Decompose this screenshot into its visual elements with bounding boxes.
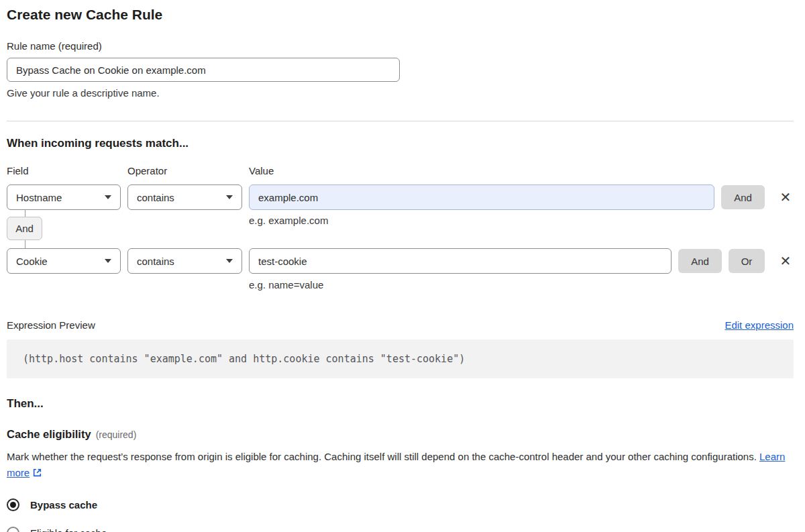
cache-eligibility-title: Cache eligibility [7,428,91,441]
value-input[interactable] [249,248,672,274]
cache-eligibility-description: Mark whether the request’s response from… [7,449,794,482]
add-and-condition-button[interactable]: And [678,249,722,273]
value-input[interactable] [249,184,714,210]
section-divider [7,121,794,121]
rule-name-help: Give your rule a descriptive name. [7,87,794,99]
add-or-condition-button[interactable]: Or [729,249,765,273]
rule-name-input[interactable] [7,58,400,82]
field-select-value: Cookie [16,256,48,267]
remove-condition-button[interactable]: ✕ [777,253,794,269]
value-hint: e.g. name=value [249,279,794,290]
match-section-heading: When incoming requests match... [7,137,794,150]
condition-row: Cookie contains And Or ✕ [7,248,794,274]
operator-select-value: contains [137,256,174,267]
operator-select-value: contains [137,192,174,203]
expression-code-block: (http.host contains "example.com" and ht… [7,339,794,378]
description-text: Mark whether the request’s response from… [7,451,757,462]
required-note: (required) [96,429,137,440]
radio-label: Bypass cache [30,499,97,511]
cache-eligibility-heading: Cache eligibility (required) [7,428,794,441]
field-select[interactable]: Hostname [7,184,121,210]
condition-row: Hostname contains And ✕ [7,184,794,210]
close-icon: ✕ [780,190,792,205]
remove-condition-button[interactable]: ✕ [777,189,794,205]
chevron-down-icon [105,195,111,199]
connector-zone: And e.g. example.com [7,210,794,248]
value-column-header: Value [249,165,794,176]
field-column-header: Field [7,165,121,176]
chevron-down-icon [226,259,233,263]
then-section-heading: Then... [7,397,794,411]
operator-select[interactable]: contains [127,248,242,274]
chevron-down-icon [226,195,233,199]
radio-selected-icon[interactable] [7,498,19,511]
radio-label: Eligible for cache [30,527,107,532]
operator-select[interactable]: contains [127,184,242,210]
radio-unselected-icon[interactable] [7,527,19,532]
rule-name-label: Rule name (required) [7,40,794,52]
page-title: Create new Cache Rule [7,0,794,23]
operator-column-header: Operator [127,165,242,176]
edit-expression-link[interactable]: Edit expression [724,319,794,331]
chevron-down-icon [105,259,111,263]
field-select[interactable]: Cookie [7,248,121,274]
condition-column-headers: Field Operator Value [7,165,794,176]
value-hint: e.g. example.com [249,215,328,226]
close-icon: ✕ [780,254,792,268]
connector-line [25,240,25,248]
field-select-value: Hostname [16,192,62,203]
external-link-icon [32,466,42,482]
create-cache-rule-page: Create new Cache Rule Rule name (require… [7,0,794,532]
connector-line [25,210,25,217]
expression-preview-label: Expression Preview [7,319,95,331]
radio-option-bypass-cache[interactable]: Bypass cache [7,498,794,511]
logic-connector-button[interactable]: And [7,217,42,240]
expression-header: Expression Preview Edit expression [7,319,794,331]
add-and-condition-button[interactable]: And [721,185,765,209]
radio-option-eligible-for-cache[interactable]: Eligible for cache [7,527,794,532]
